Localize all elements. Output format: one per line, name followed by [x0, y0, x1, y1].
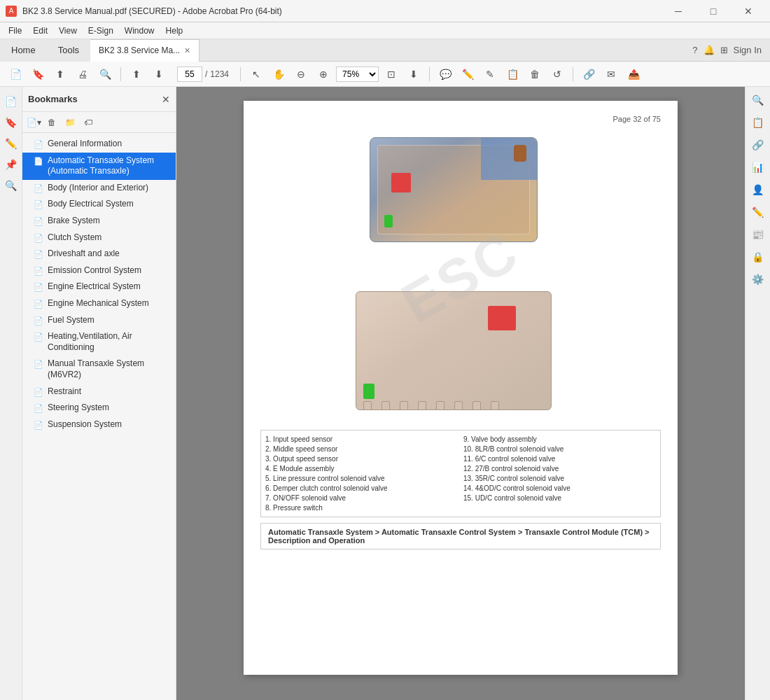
page-up-button[interactable]: ⬆	[127, 64, 146, 84]
tab-home[interactable]: Home	[0, 39, 47, 62]
draw-button[interactable]: ✎	[480, 64, 500, 84]
sidebar-expand-btn[interactable]: 📁	[62, 114, 78, 131]
sidebar-toolbar: 📄▾ 🗑 📁 🏷	[22, 112, 176, 133]
valve-body-bottom: 5 6 7 4 8 9 10 11 12 13 14 15	[356, 291, 552, 410]
bookmark-item-general[interactable]: 📄 General Information	[22, 136, 176, 153]
bookmark-item-brake[interactable]: 📄 Brake System	[22, 213, 176, 230]
bookmark-label-restraint: Restraint	[48, 386, 81, 398]
bookmark-item-steering[interactable]: 📄 Steering System	[22, 400, 176, 416]
tab-close-icon[interactable]: ✕	[184, 46, 190, 55]
zoom-select[interactable]: 75% 100% 50%	[336, 66, 379, 82]
export-button[interactable]: 📤	[624, 64, 643, 84]
menu-help[interactable]: Help	[160, 24, 189, 37]
connector-pins	[363, 401, 499, 410]
layers-panel-btn[interactable]: 📌	[2, 155, 20, 174]
bookmark-item-restraint[interactable]: 📄 Restraint	[22, 384, 176, 400]
tab-right-area: ? 🔔 ⊞ Sign In	[684, 45, 770, 55]
hand-tool[interactable]: ✋	[269, 64, 288, 84]
bookmark-item-fuel[interactable]: 📄 Fuel System	[22, 312, 176, 329]
page-number: Page 32 of 75	[260, 115, 661, 123]
legend-item-4: 4. E Module assembly	[265, 464, 458, 473]
pin-3	[400, 401, 408, 410]
pin-5	[436, 401, 444, 410]
bookmark-label-driveshaft: Driveshaft and axle	[48, 248, 120, 260]
bookmark-item-engine-electrical[interactable]: 📄 Engine Electrical System	[22, 279, 176, 295]
fit-width-button[interactable]: ⬇	[404, 64, 424, 84]
bookmark-item-clutch[interactable]: 📄 Clutch System	[22, 230, 176, 246]
maximize-button[interactable]: □	[697, 0, 729, 22]
right-clipboard-btn[interactable]: 📋	[748, 112, 769, 133]
right-user-btn[interactable]: 👤	[748, 179, 769, 200]
bookmark-item-hvac[interactable]: 📄 Heating,Ventilation, Air Conditioning	[22, 328, 176, 356]
search-button[interactable]: 🔍	[95, 64, 115, 84]
sidebar-content: 📄 General Information 📄 Automatic Transa…	[22, 133, 176, 700]
menu-esign[interactable]: E-Sign	[83, 24, 119, 37]
minimize-button[interactable]: ─	[662, 0, 694, 22]
menu-edit[interactable]: Edit	[27, 24, 53, 37]
menu-file[interactable]: File	[3, 24, 27, 37]
pin-7	[472, 401, 481, 410]
new-button[interactable]: 📄	[6, 64, 25, 84]
bookmarks-panel-btn[interactable]: 🔖	[2, 113, 20, 132]
tools-panel-btn[interactable]: ✏️	[2, 134, 20, 153]
sidebar-tag-btn[interactable]: 🏷	[80, 114, 97, 131]
pin-1	[363, 401, 372, 410]
legend-item-7: 7. ON/OFF solenoid valve	[265, 493, 458, 503]
print-button[interactable]: 🖨	[73, 64, 92, 84]
notifications-icon[interactable]: 🔔	[704, 45, 715, 55]
bookmark-label-emission: Emission Control System	[48, 265, 141, 276]
right-doc-btn[interactable]: 📰	[748, 224, 769, 245]
zoom-in-button[interactable]: ⊕	[314, 64, 333, 84]
legend-item-11: 11. 6/C control solenoid valve	[463, 454, 656, 463]
right-edit-btn[interactable]: ✏️	[748, 202, 769, 223]
page-down-button[interactable]: ⬇	[149, 64, 169, 84]
document-view[interactable]: Page 32 of 75	[176, 87, 745, 700]
bookmark-item-driveshaft[interactable]: 📄 Driveshaft and axle	[22, 246, 176, 262]
right-export-btn[interactable]: 📊	[748, 157, 769, 178]
close-button[interactable]: ✕	[732, 0, 764, 22]
legend-item-empty	[463, 503, 656, 512]
page-panel-btn[interactable]: 📄	[2, 92, 20, 111]
email-button[interactable]: ✉	[601, 64, 621, 84]
pdf-page: Page 32 of 75	[244, 101, 678, 675]
right-share-btn[interactable]: 🔗	[748, 134, 769, 155]
sidebar-delete-btn[interactable]: 🗑	[43, 114, 60, 131]
bookmark-button[interactable]: 🔖	[28, 64, 48, 84]
bookmark-item-body-electrical[interactable]: 📄 Body Electrical System	[22, 196, 176, 213]
right-zoom-btn[interactable]: 🔍	[748, 90, 769, 111]
stamp-button[interactable]: 📋	[503, 64, 522, 84]
cursor-tool[interactable]: ↖	[246, 64, 266, 84]
menu-window[interactable]: Window	[119, 24, 160, 37]
bookmark-icon-steering: 📄	[34, 404, 43, 413]
help-icon[interactable]: ?	[692, 45, 697, 55]
bookmark-item-automatic[interactable]: 📄 Automatic Transaxle System (Automatic …	[22, 153, 176, 180]
tab-tools[interactable]: Tools	[47, 39, 90, 62]
sidebar-new-btn[interactable]: 📄▾	[25, 114, 42, 131]
sidebar-resize-handle[interactable]	[173, 87, 176, 700]
bookmark-label-fuel: Fuel System	[48, 315, 94, 326]
menu-view[interactable]: View	[53, 24, 83, 37]
signin-button[interactable]: Sign In	[734, 45, 762, 55]
highlight-button[interactable]: ✏️	[458, 64, 477, 84]
page-number-input[interactable]	[177, 66, 202, 82]
search-panel-btn[interactable]: 🔍	[2, 176, 20, 195]
bookmark-item-emission[interactable]: 📄 Emission Control System	[22, 262, 176, 279]
comment-button[interactable]: 💬	[435, 64, 455, 84]
bookmark-item-engine-mechanical[interactable]: 📄 Engine Mechanical System	[22, 295, 176, 312]
upload-button[interactable]: ⬆	[50, 64, 70, 84]
share-button[interactable]: 🔗	[579, 64, 598, 84]
bookmark-item-suspension[interactable]: 📄 Suspension System	[22, 416, 176, 433]
right-lock-btn[interactable]: 🔒	[748, 246, 769, 267]
delete-button[interactable]: 🗑	[525, 64, 545, 84]
sidebar-close-button[interactable]: ✕	[162, 94, 170, 105]
apps-icon[interactable]: ⊞	[720, 45, 728, 55]
legend-item-5: 5. Line pressure control solenoid valve	[265, 474, 458, 483]
bookmark-item-manual-transaxle[interactable]: 📄 Manual Transaxle System (M6VR2)	[22, 356, 176, 383]
tab-document[interactable]: BK2 3.8 Service Ma... ✕	[90, 39, 200, 62]
right-settings-btn[interactable]: ⚙️	[748, 269, 769, 290]
zoom-out-button[interactable]: ⊖	[291, 64, 311, 84]
page-separator: /	[205, 69, 207, 79]
fit-page-button[interactable]: ⊡	[382, 64, 401, 84]
undo-button[interactable]: ↺	[547, 64, 567, 84]
bookmark-item-body[interactable]: 📄 Body (Interior and Exterior)	[22, 180, 176, 197]
